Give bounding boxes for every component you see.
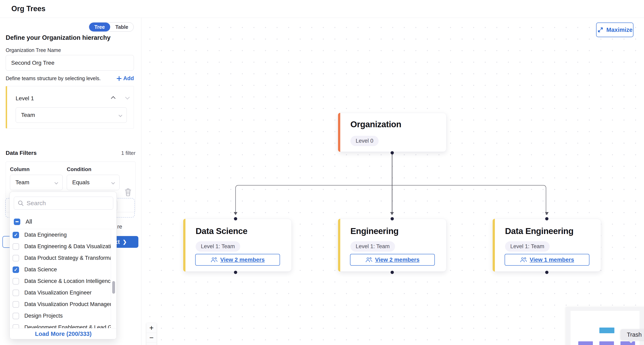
node-level-badge: Level 1: Team [350,241,395,252]
dropdown-item-label: Data Visualization Product Managem... [24,301,111,308]
edge-line [392,185,392,215]
load-more-link[interactable]: Load More (200/333) [35,330,92,337]
search-input[interactable] [26,200,104,206]
node-data-engineering[interactable]: Data Engineering Level 1: Team View 1 me… [493,219,601,272]
plus-icon [116,76,122,81]
edge-target-dot [545,217,548,220]
dropdown-item[interactable]: Data Engineering & Data Visualization [10,241,111,252]
trash-tooltip: Trash [620,329,644,340]
dropdown-item-label: Data Science [24,266,57,273]
dropdown-footer: Load More (200/333) [10,328,117,339]
column-label: Column [10,166,30,172]
edge-source-dot [390,271,394,274]
view-members-button[interactable]: View 1 members [504,254,590,266]
edge-arrow-icon [234,212,238,215]
dropdown-item-label: Development Enablement & Lead Ge... [24,324,111,328]
chevron-down-icon [118,113,122,117]
minimap-node [620,341,635,345]
fit-view-button[interactable] [146,342,156,345]
item-checkbox[interactable] [12,301,19,308]
edge-line [392,153,392,185]
minimap-node [599,328,614,333]
view-members-button[interactable]: View 2 members [350,254,435,266]
node-accent-bar [493,219,495,272]
item-checkbox[interactable] [12,313,19,319]
dropdown-item[interactable]: Design Projects [10,310,111,322]
dropdown-item[interactable]: Data Product Strategy & Transformat... [10,252,111,264]
add-level-button[interactable]: Add [116,75,134,82]
node-accent-bar [338,113,340,152]
item-checkbox[interactable] [12,290,19,296]
dropdown-item[interactable]: ✓ Data Science [10,264,111,276]
level-card-title: Level 1 [16,95,34,102]
delete-filter-icon[interactable] [124,188,132,196]
node-organization[interactable]: Organization Level 0 [338,113,446,152]
zoom-in-button[interactable]: + [146,323,156,333]
edge-connector [235,185,546,215]
item-checkbox[interactable]: ✓ [12,266,19,273]
select-all-row[interactable]: All [10,214,117,229]
select-all-checkbox[interactable] [14,218,20,225]
node-level-badge: Level 1: Team [505,241,550,252]
level-card: Level 1 Team [6,86,134,128]
edge-source-dot [390,151,394,154]
item-checkbox[interactable]: ✓ [12,232,19,238]
dropdown-item-label: Data Engineering & Data Visualization [24,243,111,250]
item-checkbox[interactable] [12,278,19,284]
app-header: Org Trees [0,0,644,18]
dropdown-item[interactable]: Data Visualization Product Managem... [10,298,111,310]
edge-target-dot [234,217,237,220]
dropdown-list: ✓ Data Engineering Data Engineering & Da… [10,229,111,328]
edge-arrow-icon [390,212,394,215]
members-icon [210,257,218,262]
hidden-text-fragment: re [117,224,122,230]
move-level-up-icon[interactable] [111,96,116,101]
node-engineering[interactable]: Engineering Level 1: Team View 2 members [338,219,446,272]
values-dropdown: All ✓ Data Engineering Data Engineering … [10,192,117,339]
chevron-right-icon: ❯ [122,239,126,245]
dropdown-item-label: Data Science & Location Intelligence [24,278,111,284]
zoom-out-button[interactable]: − [146,333,156,342]
scrollbar-thumb[interactable] [112,281,115,294]
members-icon [520,257,527,262]
members-icon [366,257,372,262]
chevron-down-icon [54,180,58,184]
node-level-badge: Level 0 [350,136,378,146]
chevron-down-icon [111,180,115,184]
level-type-select[interactable]: Team [16,107,127,123]
edge-target-dot [390,217,394,220]
levels-hint: Define teams structure by selecting leve… [6,76,101,82]
item-checkbox[interactable] [12,255,19,262]
org-tree-canvas[interactable]: Maximize Organization Level 0 Data Scien… [142,18,644,345]
toggle-tree[interactable]: Tree [89,22,110,32]
edge-source-dot [545,271,548,274]
column-select[interactable]: Team [10,175,63,190]
toggle-table[interactable]: Table [110,22,134,32]
node-level-badge: Level 1: Team [196,241,240,252]
dropdown-item[interactable]: Data Science & Location Intelligence [10,276,111,287]
search-icon [18,200,24,206]
dropdown-item[interactable]: Data Visualization Engineer [10,287,111,298]
edge-source-dot [234,271,237,274]
node-accent-bar [183,219,186,272]
dropdown-item-label: Data Engineering [24,232,67,238]
sidebar-panel: Tree Table Define your Organization hier… [0,18,142,345]
dropdown-item[interactable]: ✓ Data Engineering [10,229,111,241]
dropdown-item[interactable]: Development Enablement & Lead Ge... [10,322,111,328]
node-accent-bar [338,219,340,272]
maximize-button[interactable]: Maximize [596,22,634,37]
node-title: Data Science [196,226,247,236]
item-checkbox[interactable] [12,243,19,250]
tree-name-input[interactable] [6,55,134,70]
filter-count: 1 filter [121,150,136,156]
node-data-science[interactable]: Data Science Level 1: Team View 2 member… [183,219,292,272]
condition-select[interactable]: Equals [67,175,120,190]
node-title: Organization [350,120,401,129]
scrollbar-track [111,229,111,328]
view-members-button[interactable]: View 2 members [195,254,280,266]
select-all-label: All [26,218,32,225]
item-checkbox[interactable] [12,324,19,328]
node-title: Engineering [350,226,398,236]
condition-label: Condition [67,166,91,172]
move-level-down-icon[interactable] [125,95,130,100]
